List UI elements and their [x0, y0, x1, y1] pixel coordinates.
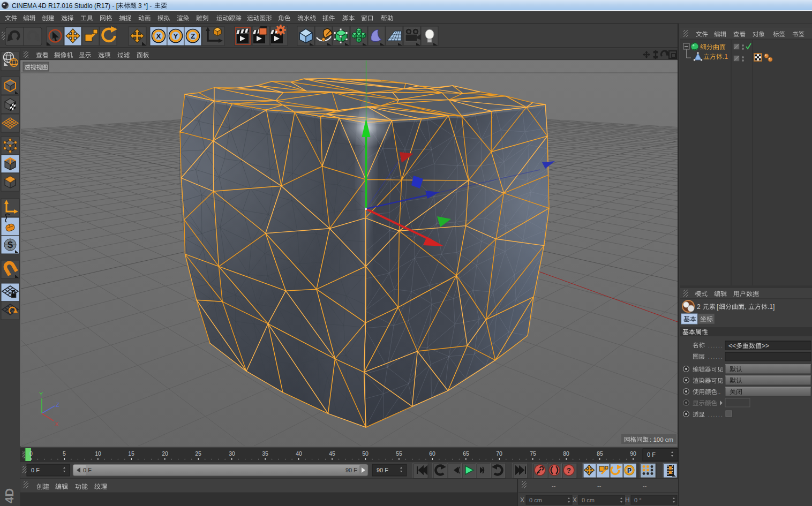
svg-text:0 °: 0 °: [634, 497, 642, 503]
svg-text:30: 30: [229, 450, 235, 457]
svg-text:25: 25: [195, 450, 201, 457]
svg-text:X: X: [55, 421, 59, 427]
svg-text:90: 90: [630, 450, 636, 457]
svg-text:45: 45: [329, 450, 335, 457]
svg-text:Y: Y: [173, 32, 178, 40]
svg-text:......: ......: [708, 343, 724, 349]
svg-text:CINEMA 4D R17.016 Studio (R17): CINEMA 4D R17.016 Studio (R17) - [: [12, 2, 118, 10]
svg-text:?: ?: [567, 466, 571, 474]
svg-text:15: 15: [128, 450, 134, 457]
svg-text:4D: 4D: [3, 488, 16, 503]
svg-text:3 *] -: 3 *] -: [138, 2, 152, 10]
svg-text:5: 5: [63, 450, 66, 457]
svg-text:65: 65: [463, 450, 469, 457]
svg-text:Y: Y: [39, 391, 43, 397]
svg-text:,: ,: [745, 303, 746, 311]
svg-text:X: X: [156, 32, 161, 40]
svg-text:75: 75: [530, 450, 536, 457]
svg-text:Z: Z: [56, 402, 59, 408]
svg-text:H: H: [625, 496, 630, 504]
svg-text:70: 70: [496, 450, 502, 457]
svg-text:--: --: [597, 482, 602, 489]
svg-text:>>: >>: [762, 342, 769, 350]
svg-text:S: S: [7, 240, 13, 250]
svg-text:40: 40: [296, 450, 302, 457]
svg-text:85: 85: [597, 450, 603, 457]
svg-text:......: ......: [708, 412, 724, 418]
svg-text:0: 0: [29, 450, 33, 457]
svg-text:X: X: [520, 496, 524, 504]
svg-text:0 F: 0 F: [31, 467, 40, 473]
svg-text:..: ..: [717, 389, 720, 395]
svg-text:......: ......: [708, 354, 724, 360]
svg-text:2: 2: [697, 303, 701, 311]
svg-text:X: X: [573, 496, 577, 504]
svg-text:--: --: [552, 482, 556, 489]
svg-text:0 cm: 0 cm: [582, 497, 595, 503]
svg-text:60: 60: [429, 450, 435, 457]
svg-text:20: 20: [162, 450, 168, 457]
svg-text:P: P: [627, 467, 631, 474]
svg-text:90 F: 90 F: [377, 467, 388, 473]
svg-text:0 F: 0 F: [647, 451, 656, 458]
svg-text:.1]: .1]: [768, 303, 775, 311]
svg-text:80: 80: [563, 450, 569, 457]
svg-text:.1: .1: [723, 53, 728, 61]
svg-text:10: 10: [95, 450, 101, 457]
svg-text:--: --: [643, 482, 647, 489]
svg-text:<<: <<: [728, 342, 736, 350]
svg-text:: 100 cm: : 100 cm: [650, 436, 673, 443]
svg-text:0 cm: 0 cm: [529, 497, 542, 503]
svg-text:Z: Z: [191, 32, 195, 40]
svg-text:0 F: 0 F: [83, 467, 92, 473]
svg-text:90 F: 90 F: [345, 467, 357, 473]
svg-text:35: 35: [262, 450, 268, 457]
svg-text:55: 55: [396, 450, 402, 457]
svg-text:50: 50: [362, 450, 369, 457]
